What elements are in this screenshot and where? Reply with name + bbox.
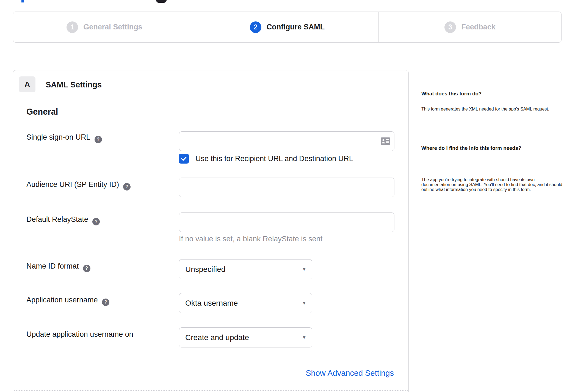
relay-state-label: Default RelayState? [26,215,100,225]
update-app-username-select[interactable]: Create and update ▼ [179,327,312,347]
use-for-recipient-checkbox[interactable] [179,154,189,164]
use-for-recipient-label: Use this for Recipient URL and Destinati… [195,154,353,163]
help-icon[interactable]: ? [83,265,90,272]
selected-value: Create and update [179,333,249,342]
contact-card-icon[interactable] [381,137,390,145]
saml-settings-panel: A SAML Settings General Single sign-on U… [13,70,409,392]
help-icon[interactable]: ? [102,299,109,306]
chevron-down-icon: ▼ [302,267,306,272]
chevron-down-icon: ▼ [302,335,306,340]
help-icon[interactable]: ? [123,183,131,191]
update-app-username-label: Update application username on [26,330,133,339]
step-label: Configure SAML [267,23,325,31]
step-number-badge: 2 [250,21,261,33]
name-id-format-select[interactable]: Unspecified ▼ [179,259,312,279]
sso-url-label: Single sign-on URL? [26,133,102,143]
cutoff-dark-shape [156,0,167,3]
sso-url-input[interactable] [179,131,394,151]
step-feedback[interactable]: 3 Feedback [378,12,561,42]
checkmark-icon [181,155,187,162]
selected-value: Unspecified [179,265,225,274]
step-label: General Settings [83,23,142,31]
step-label: Feedback [461,23,496,31]
name-id-format-label: Name ID format? [26,262,90,272]
sidebar-heading-where: Where do I find the info this form needs… [421,145,563,151]
sidebar-body-what: This form generates the XML needed for t… [421,107,563,112]
panel-dotted-separator [14,390,408,391]
chevron-down-icon: ▼ [302,300,306,306]
step-number-badge: 1 [67,21,78,33]
cutoff-blue-mark [21,0,24,2]
help-icon[interactable]: ? [92,218,100,225]
step-general-settings[interactable]: 1 General Settings [13,12,196,42]
panel-title: SAML Settings [46,80,102,89]
wizard-stepper: 1 General Settings 2 Configure SAML 3 Fe… [13,12,562,43]
sso-url-field-wrap [179,131,394,151]
relay-state-hint: If no value is set, a blank RelayState i… [179,235,322,243]
general-section-heading: General [26,107,58,117]
help-icon[interactable]: ? [95,136,102,143]
sidebar-heading-what: What does this form do? [421,91,563,97]
step-configure-saml[interactable]: 2 Configure SAML [196,12,378,42]
step-number-badge: 3 [444,21,456,33]
sidebar-body-where: The app you're trying to integrate with … [421,177,563,192]
section-a-badge: A [19,76,35,92]
show-advanced-settings-link[interactable]: Show Advanced Settings [306,369,394,378]
selected-value: Okta username [179,299,238,308]
app-username-select[interactable]: Okta username ▼ [179,293,312,313]
audience-uri-label: Audience URI (SP Entity ID)? [26,180,131,191]
audience-uri-input[interactable] [179,178,394,197]
app-username-label: Application username? [26,296,109,306]
relay-state-input[interactable] [179,212,394,232]
